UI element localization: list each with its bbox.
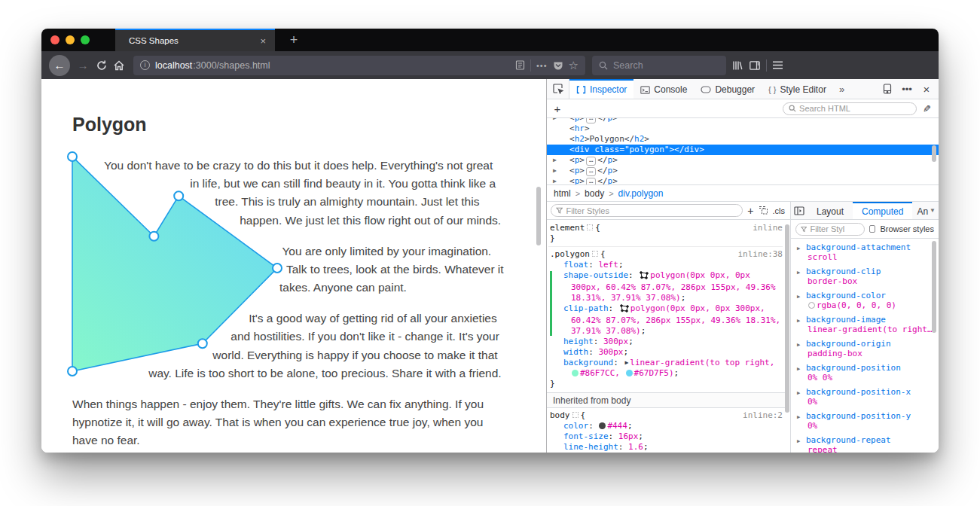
tab-layout[interactable]: Layout — [808, 202, 853, 219]
expand-arrow-icon[interactable]: ▶ — [797, 244, 800, 254]
collapsed-content-chip[interactable]: … — [586, 157, 596, 166]
computed-property[interactable]: ▶background-clipborder-box — [797, 267, 939, 286]
add-rule-button[interactable]: + — [747, 205, 753, 217]
css-declaration[interactable]: width: 300px; — [548, 347, 783, 358]
menu-icon[interactable] — [772, 60, 783, 70]
rules-scrollbar[interactable] — [785, 224, 789, 413]
tab-computed[interactable]: Computed — [853, 202, 912, 219]
page-actions-icon[interactable]: ••• — [536, 61, 548, 70]
color-swatch-green[interactable] — [572, 370, 579, 376]
tab-console[interactable]: Console — [633, 79, 694, 99]
home-button[interactable] — [113, 59, 125, 72]
breadcrumb-item[interactable]: html — [554, 188, 571, 199]
breadcrumb-item[interactable]: body — [585, 188, 604, 199]
color-swatch-blue[interactable] — [626, 370, 633, 376]
rule-selector[interactable]: element — [550, 223, 585, 233]
css-declaration[interactable]: background: ▶linear-gradient(to top righ… — [548, 358, 783, 379]
css-declaration[interactable]: color: #444; — [548, 421, 783, 431]
browser-styles-checkbox[interactable] — [869, 225, 875, 233]
eyedropper-pen-icon[interactable]: ✎ — [923, 103, 931, 114]
bookmark-star-icon[interactable]: ☆ — [569, 59, 579, 72]
computed-property[interactable]: ▶background-position-x0% — [797, 387, 939, 407]
expand-arrow-icon[interactable]: ▶ — [797, 437, 800, 447]
tab-overflow-caret-icon[interactable]: ▼ — [930, 202, 939, 219]
expand-arrow-icon[interactable]: ▶ — [797, 413, 800, 422]
css-declaration[interactable]: float: left; — [548, 260, 783, 270]
sidebar-toggle-icon[interactable] — [749, 59, 761, 72]
computed-property[interactable]: ▶background-colorrgba(0, 0, 0, 0) — [797, 291, 939, 310]
computed-scrollbar[interactable] — [932, 241, 936, 333]
close-window-button[interactable] — [50, 35, 60, 44]
new-tab-button[interactable]: + — [281, 29, 307, 51]
css-declaration[interactable]: height: 300px; — [548, 337, 783, 347]
computed-property[interactable]: ▶background-originpadding-box — [797, 339, 939, 358]
forward-button[interactable]: → — [75, 59, 90, 72]
search-input[interactable] — [613, 60, 704, 71]
computed-property[interactable]: ▶background-imagelinear-gradient(to righ… — [797, 315, 939, 334]
tab-style-editor[interactable]: { } Style Editor — [762, 79, 833, 99]
devtools-close-icon[interactable]: × — [917, 83, 936, 96]
markup-row[interactable]: <h2>Polygon</h2> — [547, 134, 939, 145]
shape-editor-icon[interactable] — [640, 272, 649, 282]
filter-styles-input[interactable] — [566, 206, 737, 215]
rule-source-link[interactable]: inline:38 — [737, 249, 783, 260]
css-declaration[interactable]: font-size: 16px; — [548, 431, 783, 442]
expand-arrow-icon[interactable]: ▶ — [797, 340, 800, 350]
css-declaration[interactable]: clip-path: polygon(0px 0px, 0px 300px, 6… — [548, 303, 783, 337]
tab-debugger[interactable]: Debugger — [694, 79, 762, 99]
search-bar[interactable] — [592, 56, 726, 75]
computed-property[interactable]: ▶background-position0% 0% — [797, 363, 939, 383]
collapsed-content-chip[interactable]: … — [586, 118, 596, 123]
expand-arrow-icon[interactable]: ▶ — [553, 176, 557, 184]
tab-animations-truncated[interactable]: An — [912, 202, 930, 219]
computed-filter-input[interactable] — [810, 224, 859, 233]
tab-close-icon[interactable]: × — [251, 35, 275, 47]
shape-editor-icon[interactable] — [620, 305, 629, 315]
markup-row[interactable]: ▶ <p>…</p> — [547, 155, 939, 166]
browser-tab[interactable]: CSS Shapes × — [115, 29, 275, 51]
highlight-selector-icon[interactable] — [592, 251, 598, 257]
markup-row[interactable]: <hr> — [547, 123, 939, 134]
markup-row-selected[interactable]: <div class="polygon"></div> — [547, 145, 939, 155]
computed-filter-box[interactable] — [795, 223, 865, 236]
library-icon[interactable] — [731, 59, 743, 72]
url-bar[interactable]: i localhost :3000/shapes.html ••• ☆ — [133, 56, 585, 75]
markup-scrollbar[interactable] — [932, 145, 936, 162]
computed-property[interactable]: ▶background-position-y0% — [797, 411, 939, 431]
reader-mode-icon[interactable] — [515, 60, 525, 70]
rule-source-link[interactable]: inline:2 — [743, 410, 783, 421]
expand-arrow-icon[interactable]: ▶ — [797, 268, 800, 278]
minimize-window-button[interactable] — [66, 35, 75, 44]
filter-styles-box[interactable] — [551, 204, 743, 217]
css-declaration[interactable]: line-height: 1.6; — [548, 442, 783, 453]
css-declaration[interactable]: shape-outside: polygon(0px 0px, 0px 300p… — [548, 270, 783, 303]
back-button[interactable]: ← — [49, 55, 70, 76]
expand-pane-icon[interactable] — [791, 202, 808, 219]
expand-arrow-icon[interactable]: ▶ — [553, 155, 557, 166]
rule-source-link[interactable]: inline — [753, 223, 783, 233]
expand-arrow-icon[interactable]: ▶ — [797, 316, 800, 326]
breadcrumb-item-current[interactable]: div.polygon — [618, 188, 664, 199]
reload-button[interactable] — [96, 59, 108, 72]
rule-selector[interactable]: .polygon — [550, 249, 590, 259]
collapsed-content-chip[interactable]: … — [586, 178, 596, 184]
highlight-selector-icon[interactable] — [572, 412, 579, 418]
collapsed-content-chip[interactable]: … — [586, 167, 596, 176]
pseudo-class-icon[interactable] — [759, 204, 768, 218]
pick-element-button[interactable] — [547, 79, 569, 99]
expand-arrow-icon[interactable]: ▶ — [797, 292, 800, 302]
tab-inspector[interactable]: Inspector — [569, 79, 633, 99]
page-scrollbar[interactable] — [536, 187, 541, 245]
site-info-icon[interactable]: i — [140, 60, 150, 70]
responsive-design-icon[interactable] — [878, 84, 896, 94]
expand-arrow-icon[interactable]: ▶ — [553, 166, 557, 176]
expand-arrow-icon[interactable]: ▶ — [553, 118, 557, 123]
computed-property[interactable]: ▶background-attachmentscroll — [797, 242, 939, 262]
add-node-button[interactable]: + — [547, 102, 568, 115]
color-swatch-dark[interactable] — [599, 422, 606, 429]
expand-arrow-icon[interactable]: ▶ — [797, 389, 800, 398]
pocket-icon[interactable] — [553, 60, 563, 71]
devtools-menu-icon[interactable]: ••• — [898, 84, 916, 95]
expand-gradient-icon[interactable]: ▶ — [624, 359, 628, 366]
highlight-selector-icon[interactable] — [587, 224, 593, 230]
